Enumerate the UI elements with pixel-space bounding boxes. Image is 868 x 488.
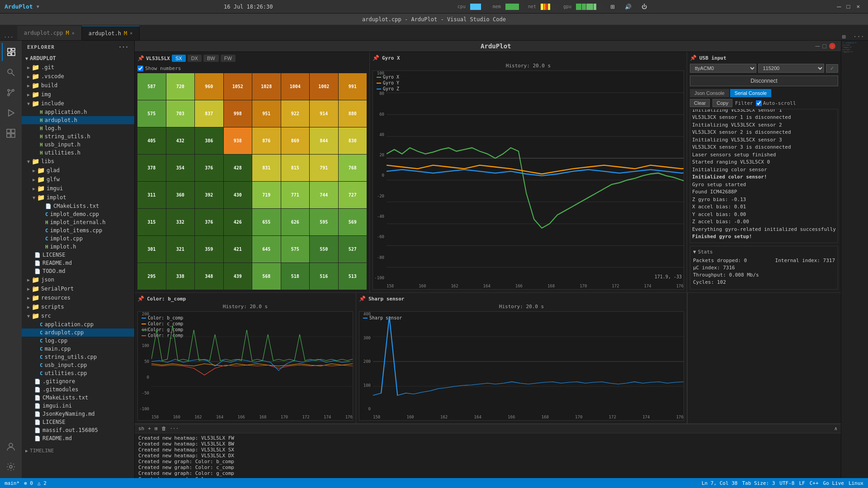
heatmap-cell[interactable]: 703 <box>166 100 195 127</box>
sidebar-item[interactable]: Cusb_input.cpp <box>22 361 134 369</box>
sidebar-item[interactable]: ▶📁img <box>22 90 134 99</box>
app-dropdown-icon[interactable]: ▼ <box>37 4 39 9</box>
heatmap-cell[interactable]: 376 <box>195 155 223 181</box>
autoscroll-checkbox[interactable] <box>756 100 762 106</box>
sidebar-item[interactable]: 📄CMakeLists.txt <box>22 202 134 210</box>
extensions-activity-btn[interactable] <box>2 124 20 142</box>
sidebar-item[interactable]: Cutilities.cpp <box>22 369 134 377</box>
sidebar-item[interactable]: ▶📁imgui <box>22 184 134 193</box>
source-control-activity-btn[interactable] <box>2 84 20 102</box>
sidebar-item[interactable]: ▼📁include <box>22 99 134 108</box>
heatmap-cell[interactable]: 587 <box>137 73 166 100</box>
more-actions-button[interactable]: ··· <box>849 33 868 40</box>
heatmap-cell[interactable]: 301 <box>137 236 166 263</box>
show-numbers-checkbox[interactable]: Show numbers <box>137 66 367 71</box>
heatmap-cell[interactable]: 575 <box>281 236 310 263</box>
heatmap-cell[interactable]: 516 <box>310 263 338 290</box>
heatmap-cell[interactable]: 645 <box>252 236 281 263</box>
terminal-split-btn[interactable]: ⊞ <box>155 426 158 432</box>
sidebar-item[interactable]: 📄LICENSE <box>22 418 134 426</box>
heatmap-cell[interactable]: 392 <box>195 182 223 208</box>
status-warnings[interactable]: △ 2 <box>38 480 47 486</box>
tab-arduplot-h[interactable]: arduplot.h M × <box>82 26 140 40</box>
cursor-position[interactable]: Ln 7, Col 38 <box>702 480 737 486</box>
heatmap-cell[interactable]: 348 <box>195 263 223 290</box>
sidebar-item[interactable]: Happlication.h <box>22 108 134 116</box>
sidebar-item[interactable]: ▶📁.vscode <box>22 72 134 81</box>
heatmap-cell[interactable]: 426 <box>224 209 252 235</box>
maximize-button[interactable]: □ <box>844 2 853 11</box>
sidebar-item[interactable]: Hutilities.h <box>22 149 134 157</box>
heatmap-cell[interactable]: 354 <box>166 155 195 181</box>
heatmap-cell[interactable]: 720 <box>166 73 195 100</box>
usb-port-select[interactable]: ttyACM0 <box>690 64 756 73</box>
power-button[interactable]: ⏻ <box>639 3 650 11</box>
heatmap-cell[interactable]: 360 <box>166 182 195 208</box>
heatmap-cell[interactable]: 876 <box>252 127 281 154</box>
heatmap-cell[interactable]: 914 <box>310 100 338 127</box>
heatmap-cell[interactable]: 655 <box>252 209 281 235</box>
heatmap-cell[interactable]: 378 <box>137 155 166 181</box>
heatmap-tab-bw[interactable]: BW <box>203 55 219 62</box>
heatmap-cell[interactable]: 938 <box>224 127 252 154</box>
sidebar-item[interactable]: 📄LICENSE <box>22 251 134 259</box>
sidebar-item[interactable]: ▶📁glad <box>22 166 134 175</box>
sidebar-item[interactable]: Capplication.cpp <box>22 320 134 328</box>
ap-minimize-btn[interactable]: ─ <box>816 42 820 50</box>
settings-activity-btn[interactable] <box>2 458 20 476</box>
heatmap-cell[interactable]: 719 <box>252 182 281 208</box>
terminal-more-btn[interactable]: ··· <box>170 426 179 432</box>
sidebar-item[interactable]: ▼📁libs <box>22 157 134 166</box>
sidebar-item[interactable]: ▶📁.git <box>22 63 134 72</box>
sidebar-item[interactable]: ▶📁resources <box>22 293 134 302</box>
heatmap-cell[interactable]: 311 <box>137 182 166 208</box>
heatmap-cell[interactable]: 376 <box>195 209 223 235</box>
line-ending[interactable]: LF <box>799 480 805 486</box>
heatmap-cell[interactable]: 791 <box>310 155 338 181</box>
heatmap-cell[interactable]: 550 <box>310 236 338 263</box>
sidebar-item[interactable]: ▶📁scripts <box>22 302 134 311</box>
sidebar-item[interactable]: 📄massif.out.156805 <box>22 426 134 434</box>
heatmap-cell[interactable]: 332 <box>166 209 195 235</box>
run-activity-btn[interactable] <box>2 104 20 122</box>
heatmap-cell[interactable]: 432 <box>166 127 195 154</box>
sidebar-item[interactable]: Harduplot.h <box>22 116 134 124</box>
heatmap-cell[interactable]: 430 <box>224 182 252 208</box>
heatmap-cell[interactable]: 405 <box>137 127 166 154</box>
usb-baud-select[interactable]: 115200 <box>758 64 825 73</box>
heatmap-cell[interactable]: 837 <box>195 100 223 127</box>
clear-button[interactable]: Clear <box>690 99 710 107</box>
sidebar-item[interactable]: 📄.gitignore <box>22 377 134 385</box>
heatmap-cell[interactable]: 815 <box>281 155 310 181</box>
sidebar-item[interactable]: 📄README.md <box>22 434 134 442</box>
heatmap-cell[interactable]: 568 <box>252 263 281 290</box>
heatmap-cell[interactable]: 831 <box>252 155 281 181</box>
sidebar-item[interactable]: 📄README.md <box>22 259 134 267</box>
console-area[interactable]: Good news! No crash report found!Servo s… <box>690 109 838 243</box>
heatmap-cell[interactable]: 830 <box>339 127 367 154</box>
go-live[interactable]: Go Live <box>823 480 844 486</box>
tab-h-close[interactable]: × <box>130 31 132 36</box>
sidebar-item[interactable]: 📄imgui.ini <box>22 402 134 410</box>
heatmap-cell[interactable]: 359 <box>195 236 223 263</box>
sidebar-item[interactable]: Cstring_utils.cpp <box>22 353 134 361</box>
copy-button[interactable]: Copy <box>712 99 732 107</box>
sidebar-item[interactable]: ▶📁build <box>22 81 134 90</box>
heatmap-cell[interactable]: 1002 <box>310 73 338 100</box>
sidebar-item[interactable]: ▶📁SerialPort <box>22 284 134 293</box>
sound-button[interactable]: 🔊 <box>622 3 634 11</box>
heatmap-cell[interactable]: 626 <box>281 209 310 235</box>
heatmap-cell[interactable]: 595 <box>310 209 338 235</box>
split-editor-button[interactable]: ⊞ <box>838 33 849 40</box>
accounts-activity-btn[interactable] <box>2 437 20 455</box>
tab-size[interactable]: Tab Size: 3 <box>742 480 775 486</box>
heatmap-cell[interactable]: 960 <box>195 73 223 100</box>
sidebar-item[interactable]: Clog.cpp <box>22 337 134 345</box>
show-numbers-input[interactable] <box>137 66 143 71</box>
heatmap-cell[interactable]: 1052 <box>224 73 252 100</box>
os[interactable]: Linux <box>849 480 863 486</box>
heatmap-tab-fw[interactable]: FW <box>221 55 236 62</box>
autoscroll-label[interactable]: Auto-scroll <box>756 100 796 106</box>
heatmap-cell[interactable]: 338 <box>166 263 195 290</box>
heatmap-cell[interactable]: 575 <box>137 100 166 127</box>
